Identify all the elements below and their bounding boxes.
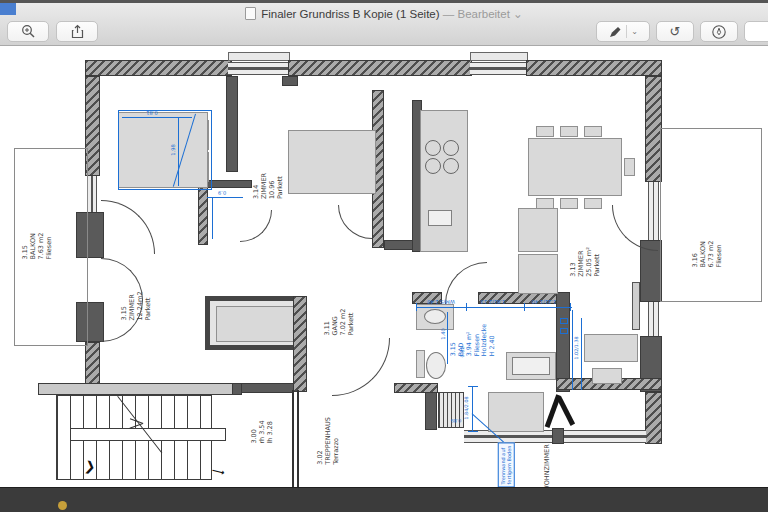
blue-dim-tick [468,431,478,432]
sideboard [584,334,638,362]
title-main: Finaler Grundriss B Kopie (1 Seite) [261,8,439,20]
interior-wall [293,296,307,392]
living-furniture [488,392,544,432]
blue-annotation-rect [118,110,212,190]
label-gang: 3.11 GANG 7.02 m2 Parkett [323,308,356,335]
stove-burner [443,140,459,156]
label-wohnzimmer: WOHNZIMMER [543,444,551,492]
label-300: 3.00 rh 3.54 lh 3.28 [250,420,274,443]
zoom-button[interactable] [7,21,49,42]
interior-wall [226,76,238,172]
stove-burner [425,158,441,174]
blue-dim-label: 0.9 [218,190,226,197]
chair [584,198,602,209]
window-title: Finaler Grundriss B Kopie (1 Seite) — Be… [0,7,768,21]
sofa [518,208,558,252]
blue-dim-line [416,307,572,308]
magnifier-plus-icon [21,24,36,39]
exterior-wall-top-left [85,60,232,76]
label-treppenhaus: 3.02 TREPPENHAUS Terrazzo [316,417,340,465]
markup-circle-icon [711,24,727,40]
door-arc-living [332,338,390,396]
share-button[interactable] [56,21,98,42]
stove-burner [443,158,459,174]
button-divider [626,25,627,38]
chair [560,126,578,137]
blue-dim-line [122,117,192,118]
document-icon [245,7,256,20]
rotate-button[interactable]: ↺ [656,21,694,42]
window-top-1 [228,62,290,75]
blue-dim-tick [524,303,525,311]
screen-top-edge [0,0,768,3]
stair-landing-slab [38,383,236,395]
blue-dim-tick [466,303,467,311]
chair [584,126,602,137]
wall-pier [552,428,564,444]
window-right-2 [648,302,659,336]
blue-dim-label: 1.02/1.38 [574,337,580,360]
double-wall-line [292,390,299,487]
title-chevron-icon[interactable]: ⌄ [513,8,523,20]
bottom-dark-bar [0,487,768,512]
title-edited: — Bearbeitet [443,8,510,20]
toilet-bowl [426,352,446,379]
dining-table [528,138,622,196]
chair [536,126,554,137]
window-left-1 [87,176,97,212]
label-zimmer-313: 3.13 ZIMMER 25.05 m² Parkett [569,247,602,277]
blue-dim-label: 1.40 [440,328,447,340]
kitchen-counter [420,110,468,252]
label-balkon-left: 3.15 BALKON 7.63 m2 Fliesen [21,232,54,259]
blue-dim-label: 0.82 [459,346,465,357]
exterior-wall-right-lower [645,392,662,444]
marker-pen-icon [608,25,622,39]
blue-dim-line [572,310,573,390]
door-arc-hall [338,205,372,239]
kitchen-sink [428,210,452,226]
floorplan-canvas[interactable]: 3.15 BALKON 7.63 m2 Fliesen3.15 ZIMMER 1… [0,45,768,487]
interior-wall [384,240,414,250]
bathtub-inner [512,357,550,375]
blue-dim-label: 1.84/2.08 [464,397,470,420]
blue-callout: Trennwand auf fertigem Boden [498,443,515,488]
blue-dim-label: 1.81/2.13 [481,299,506,306]
rotate-left-icon: ↺ [670,24,681,39]
exterior-wall-top-mid [288,60,472,76]
blue-dim-line [447,312,448,364]
blue-dim-label: WM/S 1.40 [427,299,455,306]
blue-dim-tick [416,303,417,311]
label-bad: 3.15 BAD 3.94 m² Fliesen Holzdecke H 2.4… [449,324,496,356]
blue-dim-line [472,386,473,432]
chair [560,198,578,209]
dock-indicator-dot [58,501,67,510]
search-input[interactable] [744,21,768,42]
exterior-wall-left-lower [85,342,100,386]
blue-dim-label: 1.21/1.40 [532,299,557,306]
markup-pen-button[interactable]: ⌄ [596,21,650,42]
label-zimmer-314: 3.14 ZIMMER 10.96 Parkett [252,173,285,199]
bed-room-314 [288,130,376,194]
sofa [518,254,558,294]
window-titlebar: Finaler Grundriss B Kopie (1 Seite) — Be… [0,0,768,46]
exterior-wall-top-right [526,60,662,76]
toilet-tank [416,350,425,378]
blue-dim-line [581,318,582,390]
window-sill [470,52,528,61]
blue-dim-label: 0.89 [451,417,462,423]
wall-stub [282,76,298,86]
chevron-down-icon[interactable]: ⌄ [631,27,638,36]
wall-stub [425,392,437,430]
blue-dim-line [178,118,179,186]
blue-dim-tick [570,303,571,311]
side-table [592,368,622,384]
blue-dim-tick [468,386,478,387]
radiator [632,282,640,330]
door-arc-balcony-upper [101,200,155,254]
stove-burner [425,140,441,156]
door-arc-room-314 [240,210,272,242]
markup-toolbar-button[interactable] [700,21,738,42]
blue-dim-label: 0.81 [146,110,158,117]
wall-stub [232,383,242,395]
blue-annotation-mark [560,318,568,324]
